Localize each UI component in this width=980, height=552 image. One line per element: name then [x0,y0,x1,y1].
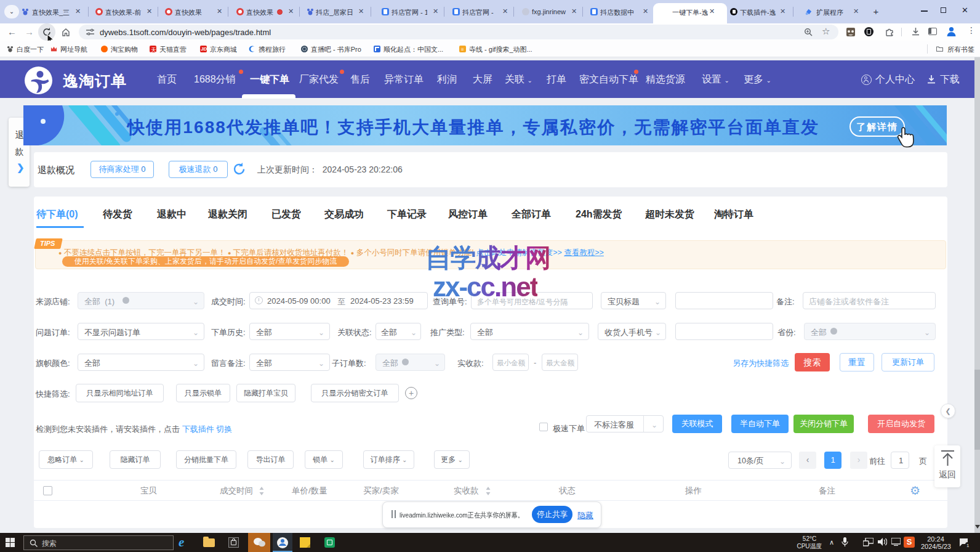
svg-text:1: 1 [966,543,970,548]
